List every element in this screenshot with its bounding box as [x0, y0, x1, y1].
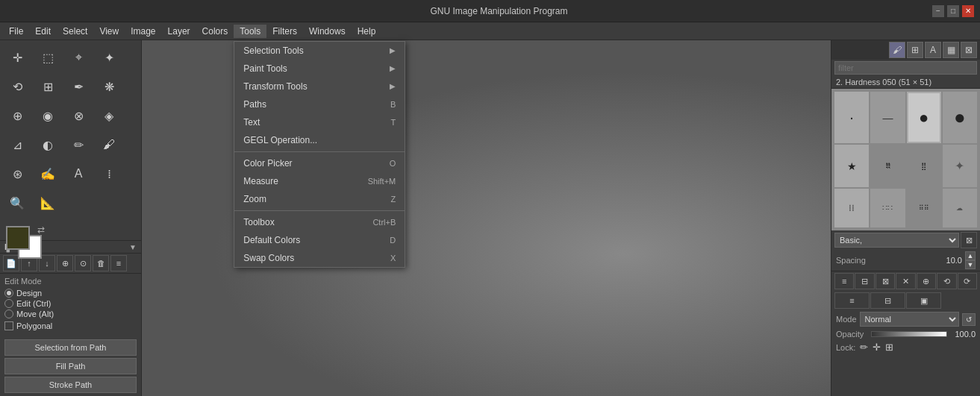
tool-airbrush[interactable]: ⊛: [3, 160, 31, 188]
menu-view[interactable]: View: [93, 25, 125, 38]
brush-action-3[interactable]: ⊠: [876, 273, 895, 289]
maximize-button[interactable]: □: [947, 5, 959, 17]
dropdown-gegl[interactable]: GEGL Operation...: [234, 131, 405, 149]
tool-lasso[interactable]: ⌖: [64, 43, 93, 72]
brush-cell-7[interactable]: ⣿: [907, 145, 941, 187]
menu-edit[interactable]: Edit: [29, 25, 57, 38]
tab-fonts[interactable]: A: [925, 42, 941, 58]
tab-gradients[interactable]: ▦: [943, 42, 959, 58]
tool-pencil[interactable]: ✏: [64, 131, 93, 159]
tool-dodge[interactable]: ⊗: [64, 101, 93, 130]
dropdown-text[interactable]: Text T: [234, 113, 405, 131]
tool-fuzzy-select[interactable]: ✦: [95, 43, 123, 72]
menu-colors[interactable]: Colors: [196, 25, 234, 38]
tab-brushes[interactable]: 🖌: [889, 42, 905, 58]
radio-design[interactable]: Design: [4, 289, 137, 298]
brush-action-2[interactable]: ⊟: [855, 273, 874, 289]
brush-action-5[interactable]: ⊕: [917, 273, 936, 289]
tool-text[interactable]: A: [64, 160, 93, 188]
lock-move-icon[interactable]: ✛: [873, 342, 881, 353]
menu-layer[interactable]: Layer: [162, 25, 196, 38]
paths-menu-btn[interactable]: ≡: [110, 255, 127, 271]
stroke-path-btn[interactable]: Stroke Path: [4, 377, 137, 393]
brush-cell-5[interactable]: ★: [834, 145, 869, 187]
opacity-slider[interactable]: [871, 331, 947, 337]
dropdown-swap-colors[interactable]: Swap Colors X: [234, 249, 405, 267]
tool-paintbrush[interactable]: 🖌: [95, 131, 123, 159]
menu-filters[interactable]: Filters: [266, 25, 303, 38]
brush-action-6[interactable]: ⟲: [937, 273, 956, 289]
radio-move[interactable]: Move (Alt): [4, 309, 137, 318]
menu-select[interactable]: Select: [57, 25, 93, 38]
tool-heal[interactable]: ⊕: [3, 101, 31, 130]
delete-path-btn[interactable]: 🗑: [93, 255, 109, 271]
close-button[interactable]: ✕: [962, 5, 974, 17]
tab-patterns[interactable]: ⊞: [907, 42, 923, 58]
tab-expand[interactable]: ⊠: [961, 42, 977, 58]
new-path-btn[interactable]: 📄: [3, 255, 19, 271]
dropdown-toolbox[interactable]: Toolbox Ctrl+B: [234, 213, 405, 231]
brush-action-7[interactable]: ⟳: [958, 273, 977, 289]
spacing-down-btn[interactable]: ▼: [965, 260, 976, 269]
lock-grid-icon[interactable]: ⊞: [885, 342, 893, 353]
brush-action-1[interactable]: ≡: [834, 273, 854, 289]
brush-action2-3[interactable]: ▣: [906, 292, 941, 309]
polygonal-checkbox[interactable]: Polygonal: [4, 321, 137, 330]
brush-cell-12[interactable]: ☁: [943, 189, 977, 227]
brush-action2-1[interactable]: ≡: [834, 292, 870, 309]
radio-edit[interactable]: Edit (Ctrl): [4, 299, 137, 308]
mode-select[interactable]: Normal: [860, 312, 959, 327]
foreground-color-box[interactable]: [6, 226, 30, 250]
brush-cell-8[interactable]: ✦: [943, 145, 977, 187]
dropdown-paths[interactable]: Paths B: [234, 95, 405, 113]
menu-help[interactable]: Help: [352, 25, 382, 38]
menu-file[interactable]: File: [3, 25, 29, 38]
lock-pencil-icon[interactable]: ✏: [860, 342, 868, 353]
menu-windows[interactable]: Windows: [303, 25, 352, 38]
brush-cell-6[interactable]: ⠿: [870, 145, 905, 187]
duplicate-path-btn[interactable]: ⊕: [57, 255, 73, 271]
dropdown-color-picker[interactable]: Color Picker O: [234, 154, 405, 172]
minimize-button[interactable]: −: [932, 5, 944, 17]
tool-bucket[interactable]: ⊿: [3, 131, 31, 159]
paths-panel-collapse[interactable]: ▼: [129, 243, 137, 251]
tool-eyedropper[interactable]: ⁞: [95, 160, 123, 188]
brush-cell-2[interactable]: —: [870, 92, 905, 143]
tool-measure[interactable]: 📐: [34, 189, 62, 217]
tool-ink[interactable]: ✍: [34, 160, 62, 188]
tool-path[interactable]: ✒: [64, 72, 93, 101]
spacing-up-btn[interactable]: ▲: [965, 251, 976, 260]
brush-cell-10[interactable]: ∷∷: [870, 189, 905, 227]
menu-tools[interactable]: Tools Selection Tools ▶ Paint Tools ▶ Tr…: [234, 25, 266, 38]
tool-blend[interactable]: ◐: [34, 131, 62, 159]
brush-action2-2[interactable]: ⊟: [870, 292, 905, 309]
brush-cell-9[interactable]: ⁞⁞: [834, 189, 869, 227]
brush-set-btn[interactable]: ⊠: [961, 232, 977, 248]
brush-cell-3[interactable]: ●: [907, 92, 941, 143]
brush-cell-4[interactable]: ●: [943, 92, 977, 143]
mode-undo-btn[interactable]: ↺: [962, 313, 976, 326]
brush-filter-input[interactable]: [834, 61, 977, 75]
tool-eraser[interactable]: ◈: [95, 101, 123, 130]
brush-set-select[interactable]: Basic,: [834, 233, 959, 248]
dropdown-measure[interactable]: Measure Shift+M: [234, 172, 405, 190]
selection-from-path-btn[interactable]: Selection from Path: [4, 339, 137, 356]
tool-rect-select[interactable]: ⬚: [34, 43, 62, 72]
dropdown-transform-tools[interactable]: Transform Tools ▶: [234, 78, 405, 95]
path-to-sel-btn[interactable]: ⊙: [75, 255, 91, 271]
swap-colors-icon[interactable]: ⇄: [37, 224, 45, 235]
tool-transform[interactable]: ⟲: [3, 72, 31, 101]
tool-smudge[interactable]: ◉: [34, 101, 62, 130]
dropdown-selection-tools[interactable]: Selection Tools ▶: [234, 42, 405, 60]
tool-crop[interactable]: ⊞: [34, 72, 62, 101]
menu-image[interactable]: Image: [125, 25, 161, 38]
tool-zoom[interactable]: 🔍: [3, 189, 31, 217]
dropdown-default-colors[interactable]: Default Colors D: [234, 231, 405, 249]
fill-path-btn[interactable]: Fill Path: [4, 358, 137, 374]
brush-action-4[interactable]: ✕: [896, 273, 915, 289]
brush-cell-1[interactable]: ·: [834, 92, 869, 143]
dropdown-paint-tools[interactable]: Paint Tools ▶: [234, 60, 405, 78]
dropdown-zoom[interactable]: Zoom Z: [234, 190, 405, 208]
tool-move[interactable]: ✛: [3, 43, 31, 72]
brush-cell-11[interactable]: ⠿⠿: [907, 189, 941, 227]
